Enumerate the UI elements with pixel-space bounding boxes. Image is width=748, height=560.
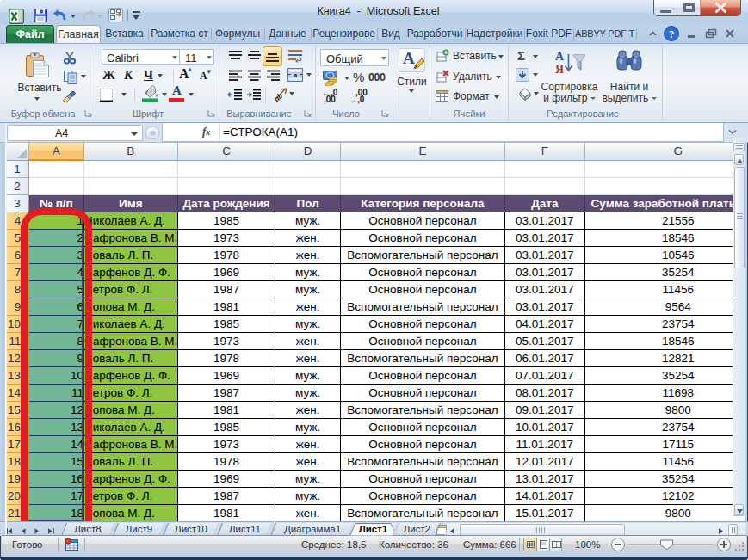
svg-text:a: a	[294, 71, 298, 79]
svg-text:?: ?	[669, 28, 674, 40]
svg-text:Я: Я	[555, 63, 564, 76]
svg-text:ab: ab	[273, 91, 284, 102]
svg-text:А: А	[555, 50, 565, 63]
